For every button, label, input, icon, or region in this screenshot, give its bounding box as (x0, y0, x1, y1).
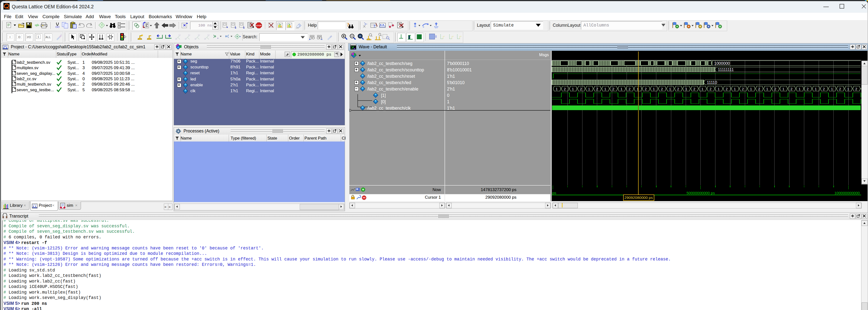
svg-text:I: I (9, 36, 10, 38)
svg-text:1: 1 (604, 87, 606, 91)
svg-text:2: 2 (628, 87, 630, 91)
svg-text:1: 1 (750, 87, 752, 91)
svg-text:1: 1 (572, 87, 574, 91)
svg-text:2: 2 (564, 87, 566, 91)
svg-text:2: 2 (596, 87, 598, 91)
svg-text:2: 2 (726, 87, 728, 91)
svg-text:1: 1 (847, 87, 849, 91)
svg-text:2: 2 (774, 87, 776, 91)
svg-text:1: 1 (766, 87, 768, 91)
svg-text:100000000000: 100000000000 (834, 191, 860, 195)
svg-text:2: 2 (855, 87, 857, 91)
svg-text:1: 1 (669, 87, 671, 91)
svg-text:11110: 11110 (707, 80, 717, 85)
svg-text:2: 2 (612, 87, 614, 91)
svg-text:ps: ps (552, 191, 556, 195)
svg-text:2: 2 (758, 87, 760, 91)
svg-text:1: 1 (620, 87, 622, 91)
svg-text:2: 2 (661, 87, 663, 91)
svg-text:1: 1 (556, 87, 558, 91)
svg-text:2: 2 (693, 87, 695, 91)
svg-text:11111111: 11111111 (718, 67, 734, 72)
svg-text:2: 2 (807, 87, 809, 91)
svg-text:2: 2 (645, 87, 647, 91)
svg-text:1000000: 1000000 (714, 61, 730, 65)
svg-text:?: ? (373, 24, 375, 28)
svg-text:1: 1 (734, 87, 736, 91)
svg-text:2: 2 (710, 87, 711, 91)
svg-text:1: 1 (799, 87, 801, 91)
svg-text:1: 1 (718, 87, 720, 91)
svg-text:1: 1 (37, 35, 39, 38)
svg-text:1: 1 (588, 87, 590, 91)
svg-text:29092080000 ps: 29092080000 ps (624, 195, 653, 199)
svg-text:1: 1 (782, 87, 784, 91)
svg-text:2: 2 (839, 87, 841, 91)
svg-text:1: 1 (702, 87, 703, 91)
svg-text:1: 1 (685, 87, 687, 91)
svg-text:2: 2 (823, 87, 825, 91)
svg-text:1: 1 (831, 87, 833, 91)
svg-text:2: 2 (580, 87, 582, 91)
svg-text:50000000000 ps: 50000000000 ps (686, 191, 715, 195)
svg-text:1: 1 (815, 87, 817, 91)
svg-text:I/O: I/O (27, 36, 31, 38)
svg-text:STOP: STOP (256, 25, 261, 27)
svg-text:2: 2 (742, 87, 744, 91)
svg-text:2: 2 (790, 87, 793, 91)
svg-text:O: O (18, 36, 20, 38)
svg-text:2: 2 (677, 87, 679, 91)
svg-text:1: 1 (653, 87, 655, 91)
svg-text:ALL: ALL (45, 36, 51, 38)
